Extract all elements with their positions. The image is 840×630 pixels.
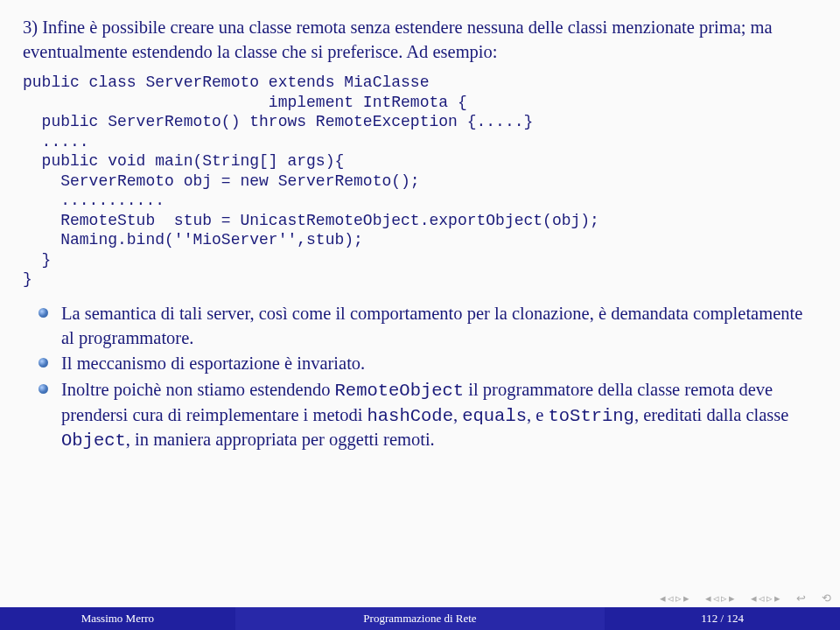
intro-paragraph: 3) Infine è possibile creare una classe … xyxy=(23,16,817,64)
nav-sec-first-icon[interactable]: ◂ xyxy=(751,592,757,606)
text-run: Inoltre poichè non stiamo estendendo xyxy=(61,380,335,399)
code-inline: hashCode xyxy=(368,406,453,426)
nav-next-icon[interactable]: ▹ xyxy=(676,592,682,606)
text-run: Il meccanismo di esportazione è invariat… xyxy=(61,354,365,373)
code-inline: equals xyxy=(462,406,527,426)
nav-frame-first-icon[interactable]: ◂ xyxy=(705,592,711,606)
bullet-dot-icon xyxy=(38,308,48,318)
footer-title: Programmazione di Rete xyxy=(235,607,605,630)
nav-sec-last-icon[interactable]: ▸ xyxy=(774,592,780,606)
nav-last-icon[interactable]: ▸ xyxy=(683,592,690,606)
bullet-dot-icon xyxy=(38,384,48,394)
bullet-dot-icon xyxy=(38,358,48,368)
nav-bar: ◂ ◃ ▹ ▸ ◂ ◃ ▹ ▸ ◂ ◃ ▹ ▸ ↩ ⟲ xyxy=(660,592,831,606)
bullet-item: Il meccanismo di esportazione è invariat… xyxy=(61,352,817,376)
code-inline: Object xyxy=(61,430,126,451)
code-block: public class ServerRemoto extends MiaCla… xyxy=(23,73,817,290)
bullet-list: La semantica di tali server, così come i… xyxy=(23,302,817,453)
nav-sec-prev-icon[interactable]: ◃ xyxy=(759,592,765,606)
footer-page: 112 / 124 xyxy=(605,607,840,630)
bullet-item: Inoltre poichè non stiamo estendendo Rem… xyxy=(61,378,817,453)
nav-frame-last-icon[interactable]: ▸ xyxy=(729,592,735,606)
nav-frame-prev-icon[interactable]: ◃ xyxy=(713,592,719,606)
text-run: , e xyxy=(527,405,548,424)
nav-slide-group: ◂ ◃ ▹ ▸ xyxy=(660,592,690,606)
nav-first-icon[interactable]: ◂ xyxy=(660,592,666,606)
nav-frame-group: ◂ ◃ ▹ ▸ xyxy=(705,592,735,606)
code-inline: toString xyxy=(548,406,634,426)
bullet-item: La semantica di tali server, così come i… xyxy=(61,302,817,350)
code-inline: RemoteObject xyxy=(335,381,465,401)
text-run: , xyxy=(453,405,462,424)
nav-cycle-icon[interactable]: ⟲ xyxy=(822,592,831,606)
text-run: La semantica di tali server, così come i… xyxy=(61,304,802,347)
text-run: , in maniera appropriata per oggetti rem… xyxy=(126,430,435,449)
nav-section-group: ◂ ◃ ▹ ▸ xyxy=(751,592,780,606)
nav-frame-next-icon[interactable]: ▹ xyxy=(721,592,727,606)
footer: Massimo Merro Programmazione di Rete 112… xyxy=(0,607,840,630)
nav-prev-icon[interactable]: ◃ xyxy=(668,592,674,606)
text-run: , ereditati dalla classe xyxy=(634,405,788,424)
footer-author: Massimo Merro xyxy=(0,607,235,630)
slide: 3) Infine è possibile creare una classe … xyxy=(0,0,840,630)
nav-sec-next-icon[interactable]: ▹ xyxy=(766,592,773,606)
nav-back-icon[interactable]: ↩ xyxy=(796,592,806,606)
